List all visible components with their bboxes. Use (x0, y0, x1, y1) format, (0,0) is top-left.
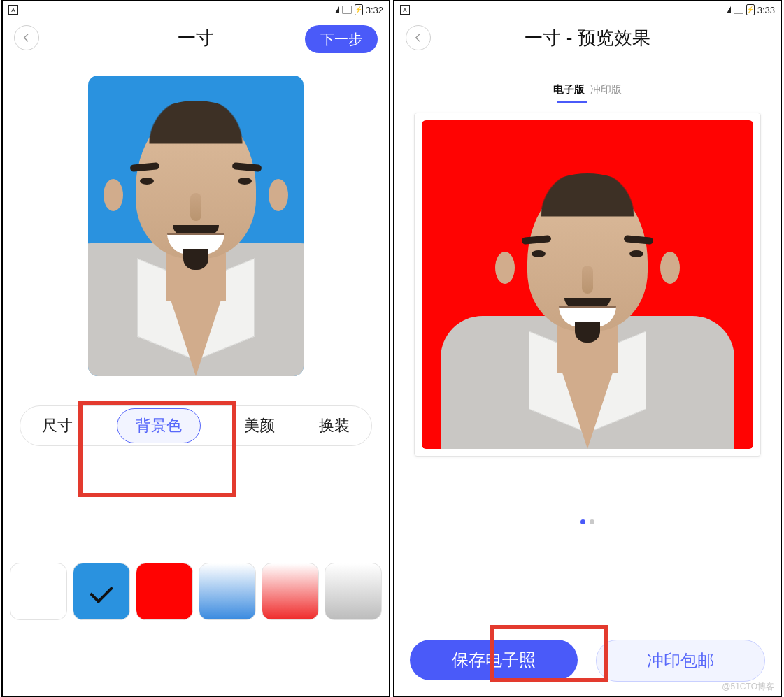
id-photo-preview[interactable] (422, 120, 753, 449)
portrait-subject (88, 76, 304, 376)
no-sim-icon (342, 6, 352, 14)
phone-editor: A ⚡ 3:32 一寸 下一步 (1, 0, 390, 697)
app-badge-icon: A (400, 5, 410, 15)
chevron-left-icon (21, 32, 32, 43)
phone-preview: A ⚡ 3:33 一寸 - 预览效果 电子版冲印版 (393, 0, 782, 697)
page-dot (590, 519, 594, 524)
no-sim-icon (734, 6, 743, 14)
swatch-blue-gradient[interactable] (199, 563, 256, 620)
app-badge-icon: A (8, 5, 18, 15)
signal-icon (335, 6, 339, 13)
print-ship-button[interactable]: 冲印包邮 (596, 640, 765, 682)
subtab-digital[interactable]: 电子版 (550, 79, 587, 101)
clock-text: 3:33 (757, 5, 775, 15)
nav-bar: 一寸 下一步 (3, 18, 389, 57)
preview-subtabs: 电子版冲印版 (394, 57, 781, 101)
tab-dress[interactable]: 换装 (319, 415, 350, 436)
photo-preview-area (3, 76, 389, 376)
watermark-text: @51CTO博客 (722, 681, 774, 693)
battery-icon: ⚡ (746, 4, 755, 15)
signal-icon (727, 6, 731, 13)
portrait-subject (462, 148, 713, 449)
back-button[interactable] (14, 25, 39, 50)
battery-icon: ⚡ (355, 4, 363, 15)
status-bar: A ⚡ 3:32 (3, 1, 389, 18)
chevron-left-icon (413, 32, 424, 43)
swatch-blue[interactable] (73, 563, 130, 620)
swatch-red[interactable] (136, 563, 193, 620)
save-digital-button[interactable]: 保存电子照 (410, 640, 578, 680)
tab-bgcolor[interactable]: 背景色 (117, 408, 201, 443)
swatch-grey-gradient[interactable] (325, 563, 382, 620)
back-button[interactable] (406, 25, 431, 50)
status-bar: A ⚡ 3:33 (394, 1, 781, 18)
swatch-white[interactable] (10, 563, 67, 620)
page-dot-active (580, 519, 585, 524)
id-photo-preview[interactable] (88, 76, 304, 376)
next-button[interactable]: 下一步 (305, 25, 378, 53)
swatch-red-gradient[interactable] (262, 563, 319, 620)
bgcolor-swatches (3, 563, 389, 623)
page-title: 一寸 - 预览效果 (394, 26, 781, 50)
preview-card (414, 113, 761, 457)
clock-text: 3:32 (366, 5, 383, 15)
editor-tabs: 尺寸 背景色 美颜 换装 (20, 405, 372, 446)
cta-bar: 保存电子照 冲印包邮 (394, 640, 781, 682)
tab-beauty[interactable]: 美颜 (244, 415, 275, 436)
check-icon (90, 580, 113, 603)
subtab-print[interactable]: 冲印版 (587, 79, 625, 101)
tab-size[interactable]: 尺寸 (42, 415, 73, 436)
subtab-underline (557, 101, 587, 103)
page-indicator (394, 519, 781, 524)
nav-bar: 一寸 - 预览效果 (394, 18, 781, 57)
